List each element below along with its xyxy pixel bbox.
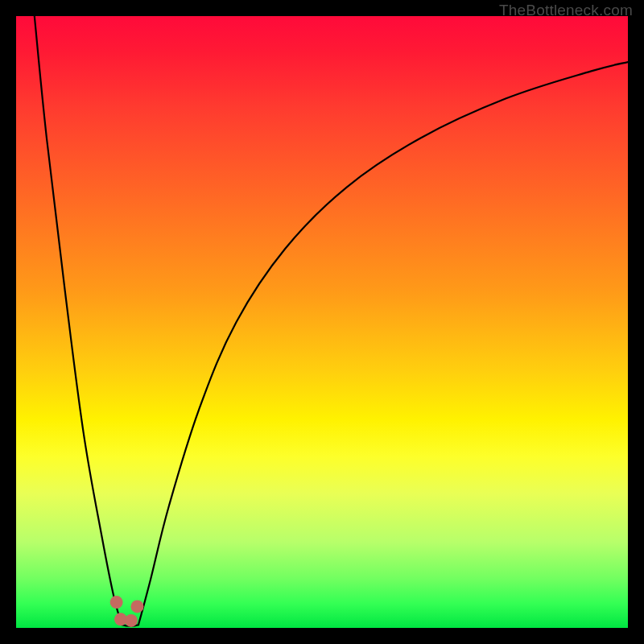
curve-group: [35, 16, 628, 627]
valley-marker-3: [130, 600, 143, 613]
chart-svg: [16, 16, 628, 628]
plot-area: [16, 16, 628, 628]
right-branch-line: [138, 62, 628, 625]
left-branch-line: [35, 16, 122, 625]
chart-frame: TheBottleneck.com: [0, 0, 644, 644]
valley-marker-2: [125, 614, 138, 627]
valley-marker-0: [110, 596, 123, 609]
